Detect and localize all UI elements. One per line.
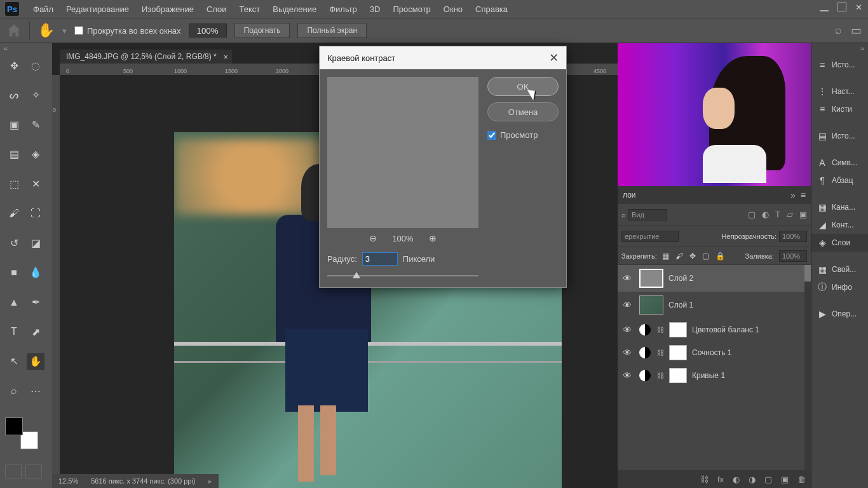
dialog-preview-image[interactable] xyxy=(327,77,478,228)
menu-layers[interactable]: Слои xyxy=(200,2,233,17)
lock-all-icon[interactable]: 🔒 xyxy=(715,252,725,261)
menu-file[interactable]: Файл xyxy=(27,2,60,17)
gradient-tool[interactable]: ■ xyxy=(5,264,23,281)
zoom-input[interactable] xyxy=(189,24,227,37)
search-icon[interactable]: ⌕ xyxy=(621,211,626,219)
menu-edit[interactable]: Редактирование xyxy=(60,2,135,17)
magic-wand-tool[interactable]: ✧ xyxy=(27,87,44,104)
zoom-out-icon[interactable]: ⊖ xyxy=(369,233,377,243)
zoom-in-icon[interactable]: ⊕ xyxy=(429,233,437,243)
dialog-close-icon[interactable]: ✕ xyxy=(549,51,559,65)
ok-button[interactable]: OK xyxy=(487,77,559,96)
full-screen-button[interactable]: Полный экран xyxy=(297,23,367,38)
dialog-titlebar[interactable]: Краевой контраст ✕ xyxy=(320,46,566,69)
hand-tool[interactable]: ✋ xyxy=(27,353,44,370)
status-docinfo[interactable]: 5616 пикс. x 3744 пикс. (300 ppi) xyxy=(91,477,195,485)
panel-menu-icon[interactable]: ≡ xyxy=(801,190,806,200)
layer-name[interactable]: Слой 2 xyxy=(668,274,693,283)
cancel-button[interactable]: Отмена xyxy=(487,102,559,121)
crop-tool[interactable]: ▣ xyxy=(5,116,23,133)
visibility-icon[interactable]: 👁 xyxy=(623,325,634,335)
lock-position-icon[interactable]: ✥ xyxy=(689,252,696,261)
panel-layers[interactable]: ◈Слои xyxy=(811,234,868,252)
slider-handle[interactable] xyxy=(353,272,360,278)
edit-toolbar[interactable]: ⋯ xyxy=(27,383,44,399)
layers-scrollbar[interactable] xyxy=(804,265,811,470)
fill-input[interactable] xyxy=(779,250,807,262)
menu-3d[interactable]: 3D xyxy=(363,2,387,17)
menu-window[interactable]: Окно xyxy=(437,2,469,17)
lock-artboard-icon[interactable]: ▢ xyxy=(702,252,709,261)
type-tool[interactable]: T xyxy=(5,323,23,340)
visibility-icon[interactable]: 👁 xyxy=(623,348,634,358)
layer-row[interactable]: 👁 ⛓ Цветовой баланс 1 xyxy=(618,318,811,341)
window-close-icon[interactable]: ✕ xyxy=(855,3,864,11)
layer-filter-kind[interactable] xyxy=(628,209,667,220)
layer-name[interactable]: Сочность 1 xyxy=(692,348,731,357)
navigator-preview[interactable] xyxy=(618,43,811,186)
pen-tool[interactable]: ✒ xyxy=(27,294,44,311)
blend-mode-select[interactable] xyxy=(621,231,679,242)
panel-character[interactable]: AСимв... xyxy=(811,154,868,172)
filter-smart-icon[interactable]: ▣ xyxy=(799,210,807,219)
shape-tool[interactable]: ↖ xyxy=(5,353,23,370)
panel-brushes[interactable]: ≡Кисти xyxy=(811,100,868,118)
mask-link-icon[interactable]: ⛓ xyxy=(657,326,664,334)
home-icon[interactable] xyxy=(6,23,22,38)
quickmask-mode-icon[interactable] xyxy=(25,464,42,478)
layer-row[interactable]: 👁 ⛓ Кривые 1 xyxy=(618,364,811,387)
layer-mask-thumbnail[interactable] xyxy=(669,368,687,383)
panel-properties[interactable]: ▦Свой... xyxy=(811,261,868,278)
document-tab[interactable]: IMG_4849.JPG @ 12,5% (Слой 2, RGB/8) * × xyxy=(60,50,232,64)
layers-panel-header[interactable]: лои » ≡ xyxy=(618,186,811,204)
menu-text[interactable]: Текст xyxy=(233,2,267,17)
filter-type-icon[interactable]: T xyxy=(775,210,780,219)
color-swatches[interactable] xyxy=(5,417,43,449)
layer-mask-thumbnail[interactable] xyxy=(669,322,687,337)
patch-tool[interactable]: ◈ xyxy=(27,146,44,163)
layer-row[interactable]: 👁 Слой 1 xyxy=(618,292,811,318)
delete-layer-icon[interactable]: 🗑 xyxy=(797,475,806,484)
background-color[interactable] xyxy=(20,431,38,449)
layer-thumbnail[interactable] xyxy=(639,269,663,288)
panel-paragraph[interactable]: ¶Абзац xyxy=(811,172,868,189)
filter-pixel-icon[interactable]: ▢ xyxy=(748,210,756,219)
close-tab-icon[interactable]: × xyxy=(224,53,228,62)
layer-row[interactable]: 👁 Слой 2 xyxy=(618,265,811,292)
brush-tool[interactable]: 🖌 xyxy=(5,205,23,222)
healing-tool[interactable]: ✕ xyxy=(27,175,44,192)
panel-actions[interactable]: ▶Опер... xyxy=(811,305,868,323)
workspace-icon[interactable]: ▭ xyxy=(851,24,862,37)
filter-adjust-icon[interactable]: ◐ xyxy=(762,210,769,219)
panel-paths[interactable]: ◢Конт... xyxy=(811,216,868,234)
menu-image[interactable]: Изображение xyxy=(135,2,200,17)
new-adjustment-icon[interactable]: ◑ xyxy=(749,475,756,484)
link-layers-icon[interactable]: ⛓ xyxy=(700,475,709,484)
opacity-input[interactable] xyxy=(779,231,807,242)
search-icon[interactable]: ⌕ xyxy=(835,24,842,37)
lasso-tool[interactable]: ᔕ xyxy=(5,87,23,104)
radius-input[interactable] xyxy=(362,252,398,266)
history-brush-tool[interactable]: ↺ xyxy=(5,234,23,251)
layer-name[interactable]: Цветовой баланс 1 xyxy=(692,325,759,334)
layer-mask-thumbnail[interactable] xyxy=(669,345,687,360)
ruler-vertical[interactable]: 0 xyxy=(52,75,60,488)
dodge-tool[interactable]: ▲ xyxy=(5,294,23,311)
panel-history2[interactable]: ▤Исто... xyxy=(811,127,868,145)
blur-tool[interactable]: 💧 xyxy=(27,264,44,281)
status-zoom[interactable]: 12,5% xyxy=(58,477,78,485)
menu-help[interactable]: Справка xyxy=(469,2,514,17)
panel-channels[interactable]: ▦Кана... xyxy=(811,198,868,216)
radius-slider[interactable] xyxy=(327,272,478,280)
layer-row[interactable]: 👁 ⛓ Сочность 1 xyxy=(618,341,811,364)
eyedropper-tool[interactable]: ✎ xyxy=(27,116,44,133)
window-maximize-icon[interactable] xyxy=(837,3,846,11)
eraser-tool[interactable]: ◪ xyxy=(27,234,44,251)
panel-expand-icon[interactable]: » xyxy=(790,190,796,200)
window-minimize-icon[interactable] xyxy=(820,3,829,11)
preview-checkbox[interactable]: Просмотр xyxy=(487,130,559,140)
visibility-icon[interactable]: 👁 xyxy=(623,273,634,283)
scroll-all-windows-checkbox[interactable]: Прокрутка во всех окнах xyxy=(74,26,181,36)
move-tool[interactable]: ✥ xyxy=(5,57,23,74)
marquee-tool[interactable]: ◌ xyxy=(27,57,44,74)
